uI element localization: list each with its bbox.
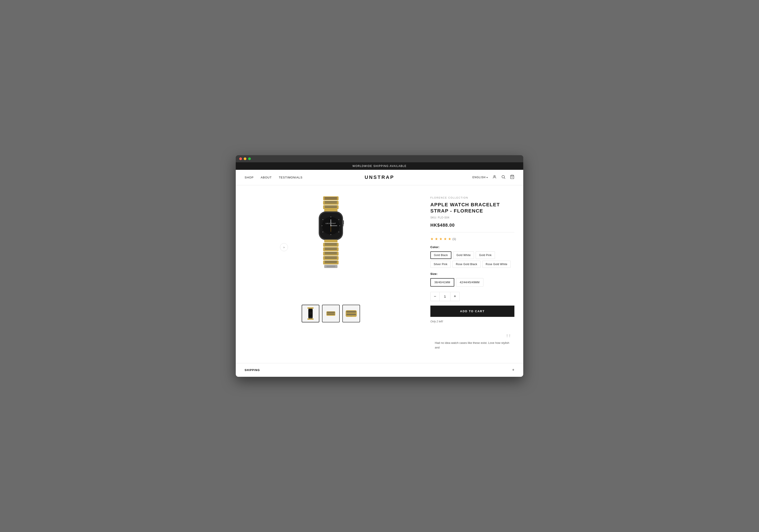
svg-rect-9 [325, 201, 337, 202]
svg-line-2 [504, 177, 505, 179]
rating-stars: ★ ★ ★ ★ ★ (1) [430, 237, 514, 241]
svg-point-31 [330, 225, 331, 226]
thumbnail-watch-icon [304, 307, 317, 320]
thumbnail-2[interactable] [322, 305, 340, 323]
svg-point-23 [331, 234, 331, 235]
thumbnail-band-icon [324, 307, 338, 320]
expand-dot[interactable] [248, 157, 251, 160]
svg-rect-10 [325, 203, 337, 204]
color-rose-gold-black[interactable]: Rose Gold Black [453, 261, 481, 268]
chevron-down-icon: ▾ [487, 176, 488, 179]
shipping-expand-icon[interactable]: + [512, 368, 514, 372]
svg-rect-49 [325, 262, 337, 263]
shipping-section[interactable]: SHIPPING + [236, 363, 523, 377]
color-options: Gold Black Gold White Gold Pink Silver P… [430, 251, 514, 268]
site-logo[interactable]: UNSTRAP [365, 174, 394, 180]
star-5: ★ [448, 237, 451, 241]
svg-point-25 [322, 225, 322, 226]
svg-rect-12 [325, 206, 337, 207]
svg-rect-51 [326, 266, 335, 267]
size-42-49[interactable]: 42/44/45/49MM [456, 278, 483, 286]
product-sku: SKU: FLO-S04 [430, 216, 514, 219]
shipping-label: SHIPPING [245, 368, 260, 372]
svg-rect-34 [324, 240, 338, 242]
svg-rect-45 [325, 256, 337, 257]
minimize-dot[interactable] [244, 157, 246, 160]
cart-icon[interactable] [510, 175, 514, 180]
svg-rect-33 [342, 225, 343, 226]
announcement-bar: WORLDWIDE SHIPPING AVAILABLE [236, 162, 523, 170]
color-rose-gold-white[interactable]: Rose Gold White [482, 261, 511, 268]
announcement-text: WORLDWIDE SHIPPING AVAILABLE [352, 165, 407, 168]
language-label: ENGLISH [472, 176, 486, 179]
quantity-increase-button[interactable]: + [451, 292, 459, 301]
star-1: ★ [430, 237, 433, 241]
product-title: APPLE WATCH BRACELET STRAP - FLORENCE [430, 202, 514, 214]
product-gallery: › [245, 194, 417, 355]
svg-text:D: D [350, 316, 352, 317]
gallery-prev-button[interactable]: › [280, 243, 288, 251]
svg-rect-43 [325, 253, 337, 254]
product-main-image: UNSTRAP [278, 194, 384, 300]
main-image-container: › [278, 194, 384, 300]
nav-testimonials[interactable]: TESTIMONIALS [279, 176, 302, 179]
svg-point-21 [340, 225, 340, 226]
color-gold-black[interactable]: Gold Black [430, 251, 451, 259]
collection-label: FLORENCE COLLECTION [430, 196, 514, 199]
language-selector[interactable]: ENGLISH ▾ [472, 176, 488, 179]
stock-notice: Only 2 left! [430, 320, 514, 323]
svg-point-1 [502, 175, 504, 178]
color-silver-pink[interactable]: Silver Pink [430, 261, 451, 268]
account-icon[interactable] [492, 175, 497, 180]
svg-rect-62 [346, 314, 356, 315]
add-to-cart-button[interactable]: ADD TO CART [430, 306, 514, 317]
size-38-41[interactable]: 38/40/41MM [430, 278, 454, 286]
quantity-selector: − 1 + [430, 292, 459, 301]
svg-rect-32 [342, 220, 344, 225]
svg-rect-7 [325, 199, 337, 200]
svg-point-26 [323, 219, 323, 220]
svg-rect-56 [307, 319, 314, 320]
star-3: ★ [439, 237, 442, 241]
svg-rect-36 [325, 243, 337, 244]
nav-about[interactable]: ABOUT [261, 176, 272, 179]
thumbnail-1[interactable] [302, 305, 319, 323]
svg-rect-42 [325, 252, 337, 253]
svg-rect-6 [325, 197, 337, 198]
svg-point-19 [331, 216, 331, 217]
close-dot[interactable] [239, 157, 242, 160]
header-right: ENGLISH ▾ [472, 175, 514, 180]
browser-chrome [236, 155, 523, 162]
size-options: 38/40/41MM 42/44/45/49MM [430, 278, 514, 286]
main-content: › [236, 185, 523, 363]
svg-rect-46 [325, 258, 337, 259]
svg-point-20 [339, 219, 339, 220]
browser-frame: WORLDWIDE SHIPPING AVAILABLE SHOP ABOUT … [236, 155, 523, 377]
product-price: HK$488.00 [430, 223, 514, 228]
svg-rect-13 [325, 207, 337, 208]
svg-point-22 [339, 232, 339, 232]
quantity-decrease-button[interactable]: − [431, 292, 439, 301]
svg-point-24 [323, 232, 323, 232]
thumbnail-list: D [302, 305, 360, 323]
search-icon[interactable] [501, 175, 505, 180]
testimonial-area: " Had no idea watch cases like these exi… [430, 327, 514, 355]
star-2: ★ [435, 237, 438, 241]
svg-point-54 [309, 312, 312, 315]
header: SHOP ABOUT TESTIMONIALS UNSTRAP ENGLISH … [236, 170, 523, 185]
svg-rect-48 [325, 261, 337, 262]
nav-shop[interactable]: SHOP [245, 176, 254, 179]
color-gold-white[interactable]: Gold White [453, 251, 474, 259]
testimonial-text: Had no idea watch cases like these exist… [435, 341, 510, 350]
thumbnail-3[interactable]: D [342, 305, 360, 323]
color-gold-pink[interactable]: Gold Pink [476, 251, 495, 259]
product-info: FLORENCE COLLECTION APPLE WATCH BRACELET… [430, 194, 514, 355]
review-count[interactable]: (1) [453, 237, 456, 241]
svg-point-0 [494, 175, 496, 177]
svg-rect-55 [307, 307, 314, 309]
svg-rect-40 [325, 249, 337, 250]
main-nav: SHOP ABOUT TESTIMONIALS [245, 176, 302, 179]
star-4: ★ [444, 237, 447, 241]
quantity-value: 1 [439, 292, 451, 301]
svg-rect-61 [346, 311, 356, 313]
